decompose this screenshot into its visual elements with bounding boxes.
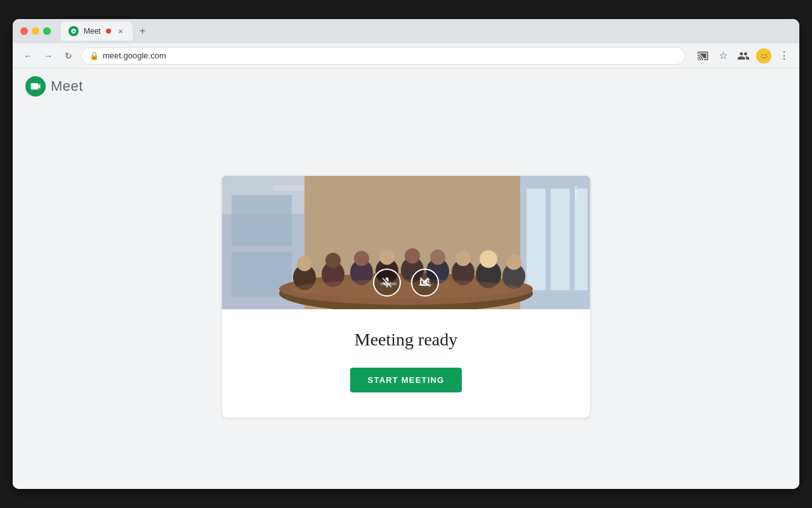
lock-icon: 🔒	[89, 51, 99, 60]
svg-rect-6	[232, 195, 292, 246]
user-avatar[interactable]: 😊	[756, 48, 771, 64]
tab-close-button[interactable]: ✕	[116, 27, 125, 36]
reload-button[interactable]: ↻	[61, 48, 76, 64]
tab-title: Meet	[84, 27, 101, 36]
url-bar[interactable]: 🔒 meet.google.com	[81, 47, 685, 65]
card-body: Meeting ready START MEETING	[222, 309, 590, 418]
svg-point-20	[354, 251, 369, 266]
meeting-status-text: Meeting ready	[355, 330, 458, 350]
tab-favicon-icon	[69, 26, 79, 36]
svg-point-16	[297, 256, 312, 271]
more-menu-icon[interactable]: ⋮	[776, 48, 792, 64]
video-preview: ⋮	[222, 176, 590, 309]
profiles-icon[interactable]	[736, 48, 751, 64]
video-more-options-button[interactable]: ⋮	[570, 184, 582, 199]
close-window-button[interactable]	[20, 27, 28, 35]
svg-point-30	[480, 250, 497, 268]
svg-rect-10	[551, 189, 570, 290]
page-content: Meet	[13, 69, 799, 489]
svg-rect-11	[575, 189, 587, 290]
meet-header: Meet	[13, 69, 799, 104]
address-bar: ← → ↻ 🔒 meet.google.com ☆ 😊 ⋮	[13, 43, 799, 69]
url-text: meet.google.com	[103, 51, 166, 60]
forward-button[interactable]: →	[41, 48, 56, 64]
bookmark-icon[interactable]: ☆	[716, 48, 731, 64]
turn-off-camera-button[interactable]	[411, 269, 439, 297]
meeting-card: ⋮ Meeting ready START MEETING	[222, 176, 590, 418]
app-title: Meet	[51, 78, 83, 95]
title-bar: Meet ✕ +	[13, 19, 799, 43]
tab-bar: Meet ✕ +	[61, 22, 792, 41]
svg-point-24	[405, 248, 420, 264]
svg-point-26	[430, 250, 445, 265]
cast-icon[interactable]	[695, 48, 710, 64]
start-meeting-button[interactable]: START MEETING	[350, 368, 462, 392]
browser-window: Meet ✕ + ← → ↻ 🔒 meet.google.com ☆ 😊 ⋮	[13, 19, 799, 489]
video-controls	[373, 269, 439, 297]
svg-point-28	[455, 251, 471, 266]
maximize-window-button[interactable]	[43, 27, 51, 35]
svg-point-22	[379, 250, 395, 265]
minimize-window-button[interactable]	[32, 27, 39, 35]
browser-actions: ☆ 😊 ⋮	[695, 48, 792, 64]
main-area: ⋮ Meeting ready START MEETING	[13, 104, 799, 489]
new-tab-button[interactable]: +	[135, 23, 150, 39]
back-button[interactable]: ←	[20, 48, 36, 64]
recording-indicator	[106, 29, 111, 34]
svg-point-18	[325, 253, 341, 268]
mute-microphone-button[interactable]	[373, 269, 401, 297]
svg-point-32	[506, 255, 521, 270]
svg-rect-9	[527, 189, 546, 290]
browser-tab[interactable]: Meet ✕	[61, 22, 133, 41]
traffic-lights	[20, 27, 51, 35]
meet-logo	[25, 76, 46, 97]
